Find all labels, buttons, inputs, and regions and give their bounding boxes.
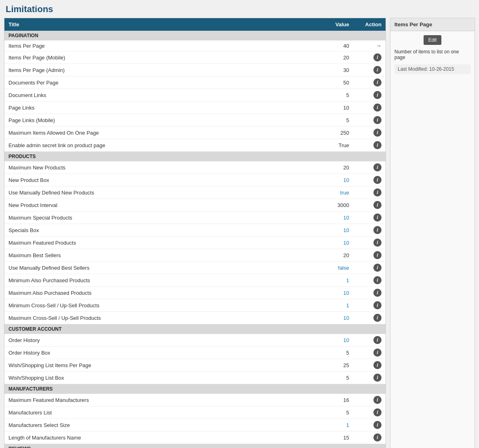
- row-title: Document Links: [4, 89, 293, 101]
- row-title: Use Manually Defined New Products: [4, 186, 293, 199]
- info-icon[interactable]: i: [373, 264, 382, 272]
- table-row: Document Links5i: [4, 89, 386, 101]
- info-icon[interactable]: i: [373, 336, 382, 344]
- row-value: 20: [293, 249, 353, 262]
- row-action[interactable]: i: [353, 76, 386, 89]
- row-action[interactable]: i: [353, 224, 386, 237]
- info-icon[interactable]: i: [373, 226, 382, 234]
- row-action[interactable]: i: [353, 64, 386, 76]
- row-action[interactable]: i: [353, 161, 386, 174]
- info-icon[interactable]: i: [373, 239, 382, 247]
- col-header-action: Action: [353, 18, 386, 31]
- table-row: Minimum Also Purchased Products1i: [4, 274, 386, 287]
- row-action[interactable]: i: [353, 237, 386, 249]
- row-action[interactable]: i: [353, 287, 386, 299]
- info-icon[interactable]: i: [373, 213, 382, 222]
- info-icon[interactable]: i: [373, 349, 382, 357]
- row-action[interactable]: i: [353, 419, 386, 431]
- row-action[interactable]: i: [353, 262, 386, 274]
- row-action[interactable]: i: [353, 211, 386, 224]
- row-action[interactable]: i: [353, 127, 386, 139]
- info-icon[interactable]: i: [373, 289, 382, 297]
- row-action[interactable]: i: [353, 139, 386, 152]
- row-action[interactable]: i: [353, 312, 386, 324]
- row-title: Maximum Also Purchased Products: [4, 287, 293, 299]
- info-icon[interactable]: i: [373, 433, 382, 442]
- info-icon[interactable]: i: [373, 421, 382, 429]
- row-action[interactable]: i: [353, 372, 386, 384]
- col-header-value: Value: [293, 18, 353, 31]
- row-action[interactable]: i: [353, 347, 386, 359]
- row-action[interactable]: i: [353, 406, 386, 419]
- table-row: Maximum Cross-Sell / Up-Sell Products10i: [4, 312, 386, 324]
- table-row: Items Per Page40→: [4, 40, 386, 51]
- row-title: Minimum Also Purchased Products: [4, 274, 293, 287]
- row-value: 5: [293, 114, 353, 127]
- row-value: 50: [293, 76, 353, 89]
- section-header-row: PRODUCTS: [4, 152, 386, 162]
- row-title: New Product Interval: [4, 199, 293, 211]
- row-value: 25: [293, 359, 353, 372]
- info-icon[interactable]: i: [373, 53, 382, 61]
- arrow-icon[interactable]: →: [376, 42, 382, 49]
- info-icon[interactable]: i: [373, 176, 382, 184]
- table-row: Page Links10i: [4, 101, 386, 114]
- info-icon[interactable]: i: [373, 116, 382, 124]
- info-icon[interactable]: i: [373, 163, 382, 171]
- row-title: Maximum New Products: [4, 161, 293, 174]
- row-action[interactable]: i: [353, 274, 386, 287]
- row-title: Maximum Best Sellers: [4, 249, 293, 262]
- info-icon[interactable]: i: [373, 314, 382, 322]
- row-value: 10: [293, 174, 353, 186]
- row-action[interactable]: i: [353, 334, 386, 347]
- info-icon[interactable]: i: [373, 78, 382, 87]
- row-action[interactable]: i: [353, 174, 386, 186]
- side-panel-description: Number of items to list on one page: [394, 49, 471, 60]
- section-header-row: PAGINATION: [4, 31, 386, 40]
- row-value: 40: [293, 40, 353, 51]
- table-row: Maximum New Products20i: [4, 161, 386, 174]
- row-action[interactable]: i: [353, 299, 386, 312]
- info-icon[interactable]: i: [373, 396, 382, 404]
- row-action[interactable]: i: [353, 114, 386, 127]
- row-value: 10: [293, 224, 353, 237]
- row-value: false: [293, 262, 353, 274]
- row-title: Manufacturers List: [4, 406, 293, 419]
- row-action[interactable]: i: [353, 249, 386, 262]
- row-action[interactable]: i: [353, 51, 386, 64]
- edit-button[interactable]: Edit: [424, 35, 442, 45]
- table-row: Maximum Best Sellers20i: [4, 249, 386, 262]
- info-icon[interactable]: i: [373, 201, 382, 209]
- row-action[interactable]: i: [353, 101, 386, 114]
- row-value: 1: [293, 274, 353, 287]
- row-value: 5: [293, 89, 353, 101]
- info-icon[interactable]: i: [373, 361, 382, 369]
- row-action[interactable]: i: [353, 89, 386, 101]
- info-icon[interactable]: i: [373, 129, 382, 137]
- row-value: 1: [293, 419, 353, 431]
- row-action[interactable]: →: [353, 40, 386, 51]
- info-icon[interactable]: i: [373, 251, 382, 259]
- row-action[interactable]: i: [353, 394, 386, 406]
- info-icon[interactable]: i: [373, 276, 382, 284]
- row-title: Length of Manufacturers Name: [4, 431, 293, 444]
- table-row: Maximum Also Purchased Products10i: [4, 287, 386, 299]
- row-action[interactable]: i: [353, 199, 386, 211]
- info-icon[interactable]: i: [373, 66, 382, 74]
- row-action[interactable]: i: [353, 359, 386, 372]
- info-icon[interactable]: i: [373, 141, 382, 149]
- row-action[interactable]: i: [353, 431, 386, 444]
- table-row: Maximum Items Allowed On One Page250i: [4, 127, 386, 139]
- info-icon[interactable]: i: [373, 104, 382, 112]
- side-panel-last-modified: Last Modified: 10-26-2015: [394, 64, 471, 74]
- info-icon[interactable]: i: [373, 408, 382, 416]
- table-row: Minimum Cross-Sell / Up-Sell Products1i: [4, 299, 386, 312]
- info-icon[interactable]: i: [373, 91, 382, 99]
- info-icon[interactable]: i: [373, 301, 382, 309]
- info-icon[interactable]: i: [373, 374, 382, 382]
- info-icon[interactable]: i: [373, 188, 382, 197]
- section-header-row: REVIEWS: [4, 444, 386, 448]
- row-value: 15: [293, 431, 353, 444]
- row-title: Order History: [4, 334, 293, 347]
- row-action[interactable]: i: [353, 186, 386, 199]
